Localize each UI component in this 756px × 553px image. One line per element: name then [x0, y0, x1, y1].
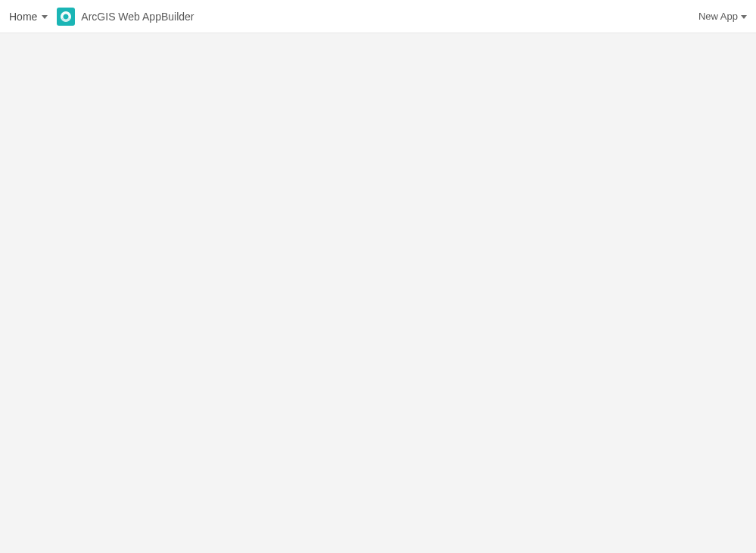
chevron-down-icon [741, 15, 747, 19]
home-label: Home [9, 11, 37, 23]
header-right-group: New App [698, 11, 747, 22]
header-left-group: Home ArcGIS Web AppBuilder [9, 8, 194, 26]
new-app-label: New App [698, 11, 738, 22]
home-dropdown[interactable]: Home [9, 11, 48, 23]
logo-title-group: ArcGIS Web AppBuilder [57, 8, 194, 26]
new-app-dropdown[interactable]: New App [698, 11, 747, 22]
app-header: Home ArcGIS Web AppBuilder New App [0, 0, 756, 33]
svg-rect-0 [57, 8, 75, 26]
main-content-area [0, 33, 756, 553]
chevron-down-icon [42, 15, 48, 19]
app-title: ArcGIS Web AppBuilder [81, 11, 194, 23]
app-logo-icon [57, 8, 75, 26]
